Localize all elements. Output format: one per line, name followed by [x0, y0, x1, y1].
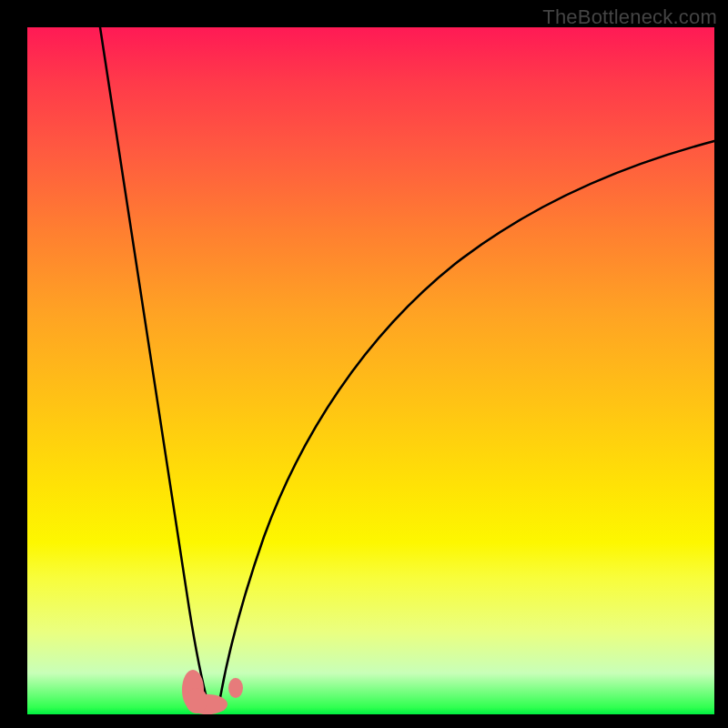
curve-left — [100, 27, 209, 708]
marker-blob-corner — [186, 688, 207, 713]
marker-group — [182, 670, 243, 714]
watermark-text: TheBottleneck.com — [542, 5, 717, 29]
marker-dot-right — [228, 678, 243, 698]
curve-right — [218, 141, 714, 708]
chart-svg — [27, 27, 714, 714]
plot-area — [27, 27, 714, 714]
outer-frame: TheBottleneck.com — [0, 0, 728, 728]
